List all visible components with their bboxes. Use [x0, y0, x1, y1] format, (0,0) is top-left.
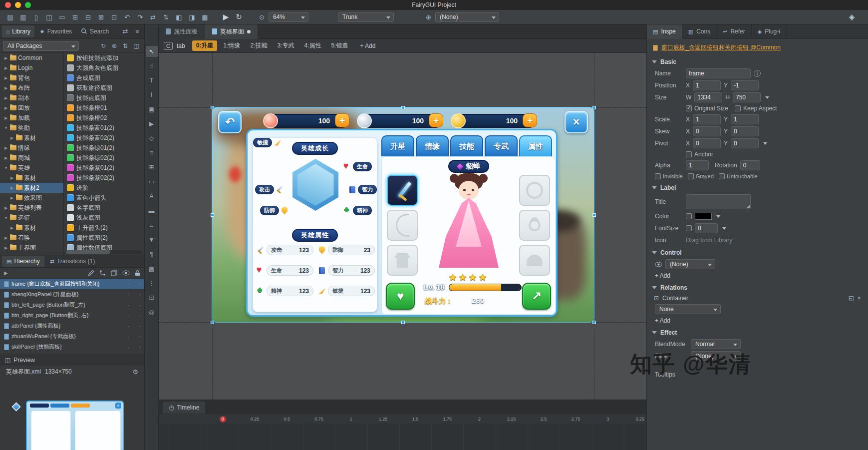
movie-tool-icon[interactable]: ◎	[146, 307, 158, 318]
anchor-checkbox[interactable]	[686, 151, 692, 157]
asset-item[interactable]: 合成底图	[64, 73, 144, 83]
bond-button[interactable]: ♥	[386, 283, 415, 310]
selection-handle[interactable]	[401, 106, 405, 109]
open-icon[interactable]: ▥	[17, 11, 29, 22]
selection-handle[interactable]	[211, 321, 214, 324]
disclosure-arrow-icon[interactable]: ▼	[3, 166, 8, 170]
disclosure-arrow-icon[interactable]: ▶	[3, 206, 8, 210]
bow-slot[interactable]	[387, 210, 418, 241]
section-control[interactable]: Control	[647, 246, 868, 258]
color-dropdown-icon[interactable]	[715, 212, 723, 221]
scrollbar-thumb[interactable]	[66, 250, 110, 254]
selection-handle[interactable]	[401, 321, 405, 324]
color-checkbox[interactable]	[686, 213, 692, 219]
hero-tab[interactable]: 技能	[450, 135, 483, 156]
tree-tool-icon[interactable]: ⋮	[146, 278, 158, 289]
package-tree-item[interactable]: ▶ 情缘	[0, 143, 63, 153]
selection-handle[interactable]	[211, 213, 214, 217]
package-tree-item[interactable]: ▶ 召唤	[0, 233, 63, 243]
pivot-dropdown-icon[interactable]	[762, 139, 770, 148]
tab-console[interactable]: ▥Cons	[682, 24, 717, 39]
package-tree-item[interactable]: ▶ 布阵	[0, 83, 63, 93]
package-tree-item[interactable]: ▶ 英雄列表	[0, 203, 63, 213]
controller-name[interactable]: tab	[177, 42, 185, 49]
hero-tab[interactable]: 升星	[381, 135, 414, 156]
visible-toggle[interactable]	[124, 281, 133, 288]
package-tree-item[interactable]: ▶ Common	[0, 53, 63, 63]
tab-library[interactable]: ⌂ Library	[2, 25, 34, 37]
asset-item[interactable]: 蓝色小箭头	[64, 193, 144, 203]
selection-handle[interactable]	[592, 106, 596, 109]
package-tree-item[interactable]: ▼ 远征	[0, 213, 63, 223]
controller-state-button[interactable]: 0:升星	[192, 40, 218, 51]
bookmark-icon[interactable]: ▯	[30, 11, 42, 22]
display-list-item[interactable]: shengXingPanel {升星面板}	[0, 289, 144, 300]
visible-toggle[interactable]	[124, 344, 133, 351]
selection-handle[interactable]	[592, 213, 596, 217]
disclosure-arrow-icon[interactable]: ▼	[3, 216, 8, 220]
tab-search[interactable]: Search	[77, 25, 113, 37]
title-input[interactable]	[686, 194, 751, 209]
disclosure-arrow-icon[interactable]: ▶	[3, 56, 8, 60]
hero-tab[interactable]: 情缘	[416, 135, 449, 156]
text-tool-icon[interactable]: T	[146, 75, 158, 86]
fullscreen-icon[interactable]: ◱	[849, 295, 854, 302]
label-tool-icon[interactable]: A	[146, 191, 158, 202]
align-left-icon[interactable]: ◧	[173, 11, 185, 22]
hand-tool-icon[interactable]: ☝	[146, 60, 158, 71]
asset-item[interactable]: 属性底图(2)	[64, 233, 144, 243]
plugin-shield-icon[interactable]: ◈	[846, 11, 858, 22]
locked-toggle[interactable]	[135, 291, 144, 298]
package-tree-item[interactable]: ▶ 副本	[0, 93, 63, 103]
add-currency-button[interactable]: +	[429, 113, 443, 127]
necklace-slot[interactable]	[519, 175, 550, 206]
asset-item[interactable]: 技能条绿01(2)	[64, 143, 144, 153]
lock-icon[interactable]	[135, 270, 140, 276]
controller-state-button[interactable]: 1:情缘	[219, 40, 244, 51]
name-input[interactable]	[686, 68, 751, 78]
remove-relation-icon[interactable]: ×	[858, 295, 861, 302]
package-tree-item[interactable]: ▶ 素材	[0, 133, 63, 143]
close-button[interactable]: ×	[565, 111, 588, 133]
movieclip-tool-icon[interactable]: ▶	[146, 118, 158, 129]
sort-icon[interactable]: ⇅	[120, 41, 130, 50]
scale-y-input[interactable]	[731, 114, 759, 124]
package-tree-item[interactable]: ▼ 英雄	[0, 163, 63, 173]
visible-toggle[interactable]	[124, 312, 133, 319]
align-right-icon[interactable]: ◨	[186, 11, 198, 22]
ring-slot[interactable]	[519, 210, 550, 241]
undo-icon[interactable]: ↶	[121, 11, 133, 22]
sort-icon[interactable]: ⇅	[160, 11, 172, 22]
swap-columns-icon[interactable]: ⇄	[120, 26, 130, 37]
graph-tool-icon[interactable]: ◇	[146, 133, 158, 144]
hierarchy-tab[interactable]: ⇄ Transitions (1)	[45, 256, 99, 267]
asset-item[interactable]: 获取途径底图	[64, 83, 144, 93]
locked-toggle[interactable]	[135, 323, 144, 330]
component-reference-link[interactable]: 窗口底板_含返回按钮和关闭按钮 @Common	[647, 39, 868, 55]
add-panel-icon[interactable]: ⊞	[69, 11, 81, 22]
expand-corner-icon[interactable]	[746, 205, 750, 208]
disclosure-arrow-icon[interactable]: ▶	[9, 196, 14, 200]
package-tree-item[interactable]: ▶ 素材	[0, 223, 63, 233]
copy-icon[interactable]	[111, 270, 117, 276]
dock-icon[interactable]: ◫	[43, 11, 55, 22]
package-tree-item[interactable]: ▶ Login	[0, 63, 63, 73]
asset-item[interactable]: 按钮技能点添加	[64, 53, 144, 63]
button-tool-icon[interactable]: ▭	[146, 176, 158, 187]
grayed-checkbox[interactable]	[688, 173, 694, 179]
position-x-input[interactable]	[693, 80, 721, 90]
controller-state-button[interactable]: 4:属性	[300, 40, 325, 51]
asset-item[interactable]: 技能条蓝02(2)	[64, 133, 144, 143]
locked-toggle[interactable]	[135, 333, 144, 340]
blendmode-select[interactable]: Normal	[691, 339, 741, 349]
size-height-input[interactable]	[733, 92, 761, 102]
loader-tool-icon[interactable]: ⊡	[146, 292, 158, 303]
upgrade-button[interactable]: ↗	[522, 283, 551, 310]
hierarchy-tab[interactable]: ▤ Hierarchy	[2, 256, 44, 267]
timeline-ruler[interactable]: 0 0.25 0.5 0.75 1 1.25 1.5 1.75 2 2.25 2…	[159, 414, 646, 424]
disclosure-arrow-icon[interactable]: ▶	[3, 116, 8, 120]
untouchable-checkbox[interactable]	[719, 173, 725, 179]
package-filter-select[interactable]: All Packages	[3, 41, 79, 51]
branch-select[interactable]: Trunk	[338, 12, 394, 22]
add-state-button[interactable]: + Add	[360, 42, 375, 49]
